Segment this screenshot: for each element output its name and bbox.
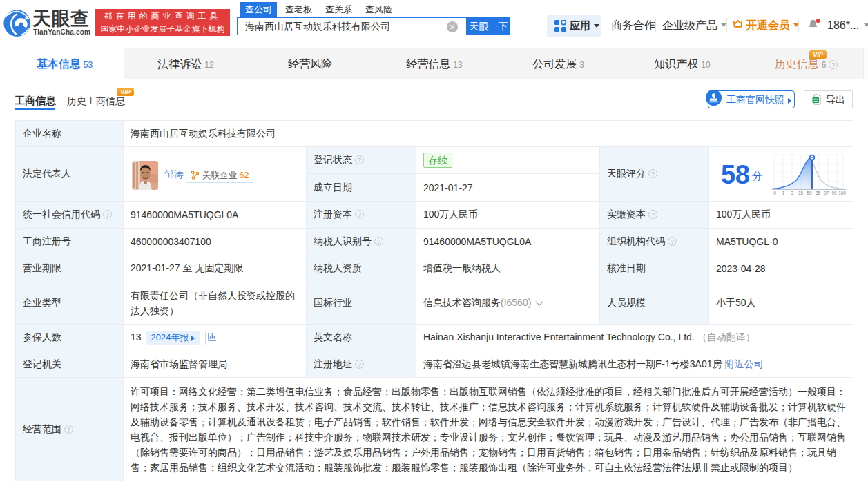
svg-text:1: 1 [782, 191, 785, 195]
svg-text:85: 85 [816, 191, 821, 195]
svg-text:0: 0 [773, 191, 776, 195]
svg-text:97: 97 [824, 191, 829, 195]
svg-text:3: 3 [791, 191, 793, 195]
svg-text:50: 50 [807, 191, 812, 195]
svg-text:100: 100 [838, 191, 846, 195]
svg-text:15: 15 [798, 191, 804, 195]
svg-text:99: 99 [831, 191, 837, 195]
